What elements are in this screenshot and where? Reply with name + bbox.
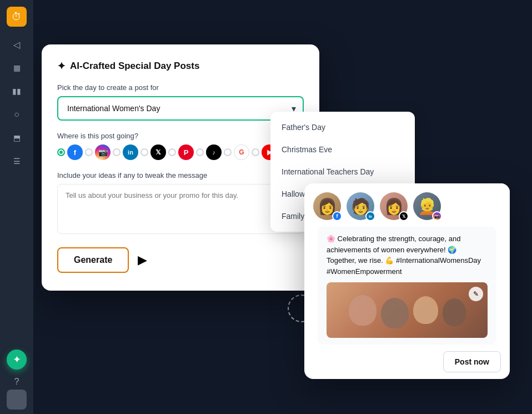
radio-linkedin[interactable] xyxy=(113,148,121,156)
sparkle-icon: ✦ xyxy=(57,60,66,72)
social-item-instagram[interactable]: 📷 xyxy=(85,144,111,160)
sidebar-logo[interactable]: ⏱ xyxy=(7,7,27,27)
where-post-label: Where is this post going? xyxy=(57,132,304,140)
inbox-icon: ⬒ xyxy=(13,133,21,142)
avatar-item-2: 🧑 in xyxy=(347,192,374,220)
sparkle-icon: ✦ xyxy=(13,353,21,366)
day-select-wrapper: International Women's Day ▾ Father's Day… xyxy=(57,96,304,121)
post-now-button[interactable]: Post now xyxy=(443,351,501,372)
pinterest-icon: P xyxy=(178,144,194,160)
dropdown-item-christmas-eve[interactable]: Christmas Eve xyxy=(270,138,415,161)
radio-youtube[interactable] xyxy=(252,148,259,156)
google-icon: G xyxy=(234,144,249,160)
ideas-label: Include your ideas if any to tweak the m… xyxy=(57,171,304,179)
sidebar-item-analytics[interactable]: ▮▮ xyxy=(7,81,27,101)
help-button[interactable]: ? xyxy=(7,372,27,392)
avatars-row: 👩 f 🧑 in 👩 𝕏 👱 📷 xyxy=(304,183,510,227)
profile-icon: ○ xyxy=(14,109,19,119)
avatar-item-3: 👩 𝕏 xyxy=(380,192,408,220)
main-card: ✦ AI-Crafted Special Day Posts Pick the … xyxy=(42,44,319,291)
sidebar: ⏱ ◁ ▦ ▮▮ ○ ⬒ ☰ ✦ ? xyxy=(0,0,33,414)
logo-icon: ⏱ xyxy=(12,11,22,23)
social-item-google[interactable]: G xyxy=(224,144,249,160)
sidebar-item-profile[interactable]: ○ xyxy=(7,104,27,124)
social-item-linkedin[interactable]: in xyxy=(113,144,138,160)
social-item-tiktok[interactable]: ♪ xyxy=(196,144,222,160)
navigate-icon: ◁ xyxy=(13,39,20,50)
women-faces xyxy=(327,282,488,338)
sidebar-item-calendar[interactable]: ▦ xyxy=(7,58,27,78)
post-footer: Post now xyxy=(304,345,510,379)
card-title: AI-Crafted Special Day Posts xyxy=(70,61,199,72)
card-title-row: ✦ AI-Crafted Special Day Posts xyxy=(57,60,304,72)
radio-google[interactable] xyxy=(224,148,232,156)
post-content: 🌸 Celebrating the strength, courage, and… xyxy=(318,227,496,345)
dropdown-item-fathers-day[interactable]: Father's Day xyxy=(270,116,415,138)
avatar-item-4: 👱 📷 xyxy=(413,192,441,220)
avatar-badge-linkedin: in xyxy=(365,211,375,221)
result-card: 👩 f 🧑 in 👩 𝕏 👱 📷 🌸 Celebr xyxy=(304,183,510,379)
analytics-icon: ▮▮ xyxy=(12,87,21,96)
generate-label: Generate xyxy=(74,255,112,265)
edit-icon[interactable]: ✎ xyxy=(469,287,483,301)
calendar-icon: ▦ xyxy=(13,63,21,72)
day-select[interactable]: International Women's Day xyxy=(57,96,304,121)
radio-instagram[interactable] xyxy=(85,148,93,156)
avatar-badge-instagram: 📷 xyxy=(432,211,442,221)
sidebar-item-document[interactable]: ☰ xyxy=(7,151,27,171)
ideas-textarea[interactable] xyxy=(57,184,304,234)
radio-tiktok[interactable] xyxy=(196,148,204,156)
pick-day-label: Pick the day to create a post for xyxy=(57,83,304,92)
social-item-pinterest[interactable]: P xyxy=(168,144,194,160)
radio-twitter[interactable] xyxy=(140,148,148,156)
sidebar-item-inbox[interactable]: ⬒ xyxy=(7,128,27,148)
avatar-item-1: 👩 f xyxy=(313,192,341,220)
dropdown-item-teachers-day[interactable]: International Teachers Day xyxy=(270,161,415,183)
social-item-facebook[interactable]: f xyxy=(57,144,83,160)
facebook-icon: f xyxy=(67,144,83,160)
post-image: ✎ xyxy=(327,282,488,338)
ai-fab-button[interactable]: ✦ xyxy=(7,350,27,370)
linkedin-icon: in xyxy=(123,144,138,160)
radio-facebook[interactable] xyxy=(57,148,65,156)
social-platforms-row: f 📷 in 𝕏 P ♪ G xyxy=(57,144,304,160)
social-item-twitter[interactable]: 𝕏 xyxy=(140,144,166,160)
sidebar-item-navigate[interactable]: ◁ xyxy=(7,34,27,54)
generate-button[interactable]: Generate xyxy=(57,247,129,273)
post-text: 🌸 Celebrating the strength, courage, and… xyxy=(327,233,488,277)
avatar-badge-twitter: 𝕏 xyxy=(399,211,409,221)
avatar-badge-facebook: f xyxy=(332,211,342,221)
twitter-icon: 𝕏 xyxy=(150,144,166,160)
post-content-wrapper: 🌸 Celebrating the strength, courage, and… xyxy=(304,227,510,345)
tiktok-icon: ♪ xyxy=(206,144,222,160)
cursor-icon: ▶ xyxy=(138,253,147,267)
radio-pinterest[interactable] xyxy=(168,148,176,156)
instagram-icon: 📷 xyxy=(95,144,111,160)
user-avatar[interactable] xyxy=(7,390,27,410)
document-icon: ☰ xyxy=(13,157,21,166)
help-icon: ? xyxy=(14,377,19,387)
